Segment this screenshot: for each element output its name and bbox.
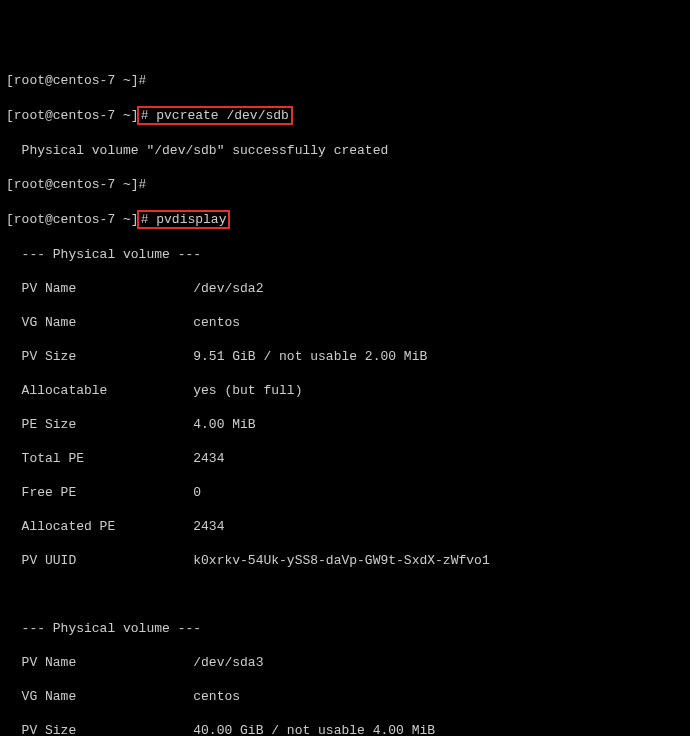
total-pe: Total PE 2434 xyxy=(6,450,684,467)
shell-prompt: [root@centos-7 ~] xyxy=(6,108,139,123)
section-header: --- Physical volume --- xyxy=(6,620,684,637)
blank-line xyxy=(6,586,684,603)
pv-name: PV Name /dev/sda2 xyxy=(6,280,684,297)
output-text: Physical volume "/dev/sdb" successfully … xyxy=(6,142,684,159)
command-pvdisplay[interactable]: # pvdisplay xyxy=(137,210,231,229)
allocated-pe: Allocated PE 2434 xyxy=(6,518,684,535)
pv-size: PV Size 40.00 GiB / not usable 4.00 MiB xyxy=(6,722,684,736)
free-pe: Free PE 0 xyxy=(6,484,684,501)
shell-prompt: [root@centos-7 ~]# xyxy=(6,73,146,88)
pe-size: PE Size 4.00 MiB xyxy=(6,416,684,433)
vg-name: VG Name centos xyxy=(6,314,684,331)
shell-prompt: [root@centos-7 ~] xyxy=(6,212,139,227)
section-header: --- Physical volume --- xyxy=(6,246,684,263)
pv-size: PV Size 9.51 GiB / not usable 2.00 MiB xyxy=(6,348,684,365)
command-pvcreate[interactable]: # pvcreate /dev/sdb xyxy=(137,106,293,125)
vg-name: VG Name centos xyxy=(6,688,684,705)
pv-name: PV Name /dev/sda3 xyxy=(6,654,684,671)
shell-prompt: [root@centos-7 ~]# xyxy=(6,177,146,192)
pv-allocatable: Allocatable yes (but full) xyxy=(6,382,684,399)
pv-uuid: PV UUID k0xrkv-54Uk-ySS8-daVp-GW9t-SxdX-… xyxy=(6,552,684,569)
